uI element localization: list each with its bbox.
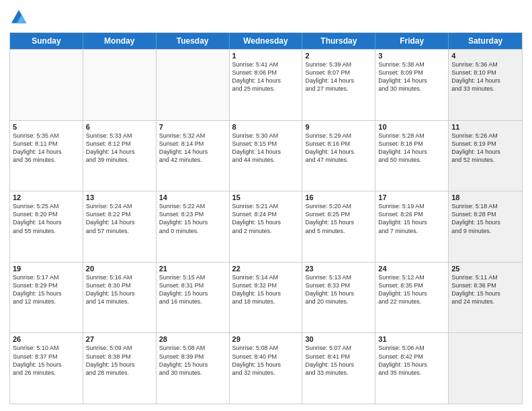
calendar-cell: 31Sunrise: 5:06 AM Sunset: 8:42 PM Dayli… [375, 333, 449, 404]
calendar-cell: 2Sunrise: 5:39 AM Sunset: 8:07 PM Daylig… [302, 50, 375, 120]
calendar-cell: 15Sunrise: 5:21 AM Sunset: 8:24 PM Dayli… [230, 191, 303, 262]
day-number: 10 [378, 123, 445, 131]
day-number: 21 [159, 265, 226, 273]
header-cell-wednesday: Wednesday [230, 33, 303, 49]
calendar-cell [449, 333, 522, 404]
calendar-cell: 11Sunrise: 5:26 AM Sunset: 8:19 PM Dayli… [449, 121, 522, 191]
cell-info: Sunrise: 5:29 AM Sunset: 8:16 PM Dayligh… [305, 132, 372, 165]
cell-info: Sunrise: 5:41 AM Sunset: 8:06 PM Dayligh… [232, 60, 300, 93]
day-number: 27 [86, 335, 153, 343]
calendar-cell: 22Sunrise: 5:14 AM Sunset: 8:32 PM Dayli… [230, 263, 303, 333]
calendar: SundayMondayTuesdayWednesdayThursdayFrid… [9, 32, 523, 404]
calendar-cell: 30Sunrise: 5:07 AM Sunset: 8:41 PM Dayli… [302, 333, 375, 404]
calendar-row-3: 19Sunrise: 5:17 AM Sunset: 8:29 PM Dayli… [10, 262, 522, 333]
day-number: 28 [159, 335, 226, 343]
day-number: 18 [451, 193, 519, 201]
day-number: 24 [378, 265, 445, 273]
calendar-cell: 12Sunrise: 5:25 AM Sunset: 8:20 PM Dayli… [10, 191, 83, 262]
day-number: 5 [13, 123, 80, 131]
calendar-cell: 29Sunrise: 5:08 AM Sunset: 8:40 PM Dayli… [230, 333, 303, 404]
calendar-cell: 3Sunrise: 5:38 AM Sunset: 8:09 PM Daylig… [375, 50, 449, 120]
cell-info: Sunrise: 5:26 AM Sunset: 8:19 PM Dayligh… [451, 132, 519, 165]
logo [9, 8, 31, 27]
cell-info: Sunrise: 5:25 AM Sunset: 8:20 PM Dayligh… [13, 202, 80, 235]
calendar-cell: 26Sunrise: 5:10 AM Sunset: 8:37 PM Dayli… [10, 333, 83, 404]
cell-info: Sunrise: 5:19 AM Sunset: 8:26 PM Dayligh… [378, 202, 445, 235]
day-number: 26 [13, 335, 80, 343]
cell-info: Sunrise: 5:28 AM Sunset: 8:18 PM Dayligh… [378, 132, 445, 165]
day-number: 29 [232, 335, 300, 343]
cell-info: Sunrise: 5:11 AM Sunset: 8:36 PM Dayligh… [451, 273, 519, 306]
day-number: 12 [13, 193, 80, 201]
calendar-row-4: 26Sunrise: 5:10 AM Sunset: 8:37 PM Dayli… [10, 332, 522, 404]
day-number: 3 [378, 52, 445, 60]
cell-info: Sunrise: 5:39 AM Sunset: 8:07 PM Dayligh… [305, 60, 372, 93]
day-number: 8 [232, 123, 300, 131]
calendar-cell: 14Sunrise: 5:22 AM Sunset: 8:23 PM Dayli… [157, 191, 230, 262]
header-cell-thursday: Thursday [302, 33, 375, 49]
cell-info: Sunrise: 5:18 AM Sunset: 8:28 PM Dayligh… [451, 202, 519, 235]
cell-info: Sunrise: 5:06 AM Sunset: 8:42 PM Dayligh… [378, 344, 445, 377]
calendar-cell: 28Sunrise: 5:08 AM Sunset: 8:39 PM Dayli… [157, 333, 230, 404]
header-cell-saturday: Saturday [449, 33, 522, 49]
calendar-row-2: 12Sunrise: 5:25 AM Sunset: 8:20 PM Dayli… [10, 191, 522, 262]
day-number: 1 [232, 52, 300, 60]
day-number: 9 [305, 123, 372, 131]
cell-info: Sunrise: 5:14 AM Sunset: 8:32 PM Dayligh… [232, 273, 300, 306]
cell-info: Sunrise: 5:15 AM Sunset: 8:31 PM Dayligh… [159, 273, 226, 306]
day-number: 20 [86, 265, 153, 273]
day-number: 17 [378, 193, 445, 201]
calendar-body: 1Sunrise: 5:41 AM Sunset: 8:06 PM Daylig… [10, 49, 522, 404]
day-number: 31 [378, 335, 445, 343]
calendar-cell: 1Sunrise: 5:41 AM Sunset: 8:06 PM Daylig… [230, 50, 303, 120]
calendar-cell: 13Sunrise: 5:24 AM Sunset: 8:22 PM Dayli… [83, 191, 157, 262]
cell-info: Sunrise: 5:33 AM Sunset: 8:12 PM Dayligh… [86, 132, 153, 165]
calendar-cell: 20Sunrise: 5:16 AM Sunset: 8:30 PM Dayli… [83, 263, 157, 333]
day-number: 4 [451, 52, 519, 60]
day-number: 25 [451, 265, 519, 273]
calendar-cell: 16Sunrise: 5:20 AM Sunset: 8:25 PM Dayli… [302, 191, 375, 262]
calendar-header: SundayMondayTuesdayWednesdayThursdayFrid… [10, 33, 522, 49]
cell-info: Sunrise: 5:36 AM Sunset: 8:10 PM Dayligh… [451, 60, 519, 93]
calendar-cell: 23Sunrise: 5:13 AM Sunset: 8:33 PM Dayli… [302, 263, 375, 333]
day-number: 19 [13, 265, 80, 273]
cell-info: Sunrise: 5:16 AM Sunset: 8:30 PM Dayligh… [86, 273, 153, 306]
cell-info: Sunrise: 5:30 AM Sunset: 8:15 PM Dayligh… [232, 132, 300, 165]
header-cell-monday: Monday [83, 33, 157, 49]
calendar-cell: 21Sunrise: 5:15 AM Sunset: 8:31 PM Dayli… [157, 263, 230, 333]
logo-icon [9, 8, 28, 27]
calendar-cell: 10Sunrise: 5:28 AM Sunset: 8:18 PM Dayli… [375, 121, 449, 191]
day-number: 13 [86, 193, 153, 201]
day-number: 30 [305, 335, 372, 343]
calendar-cell: 19Sunrise: 5:17 AM Sunset: 8:29 PM Dayli… [10, 263, 83, 333]
cell-info: Sunrise: 5:10 AM Sunset: 8:37 PM Dayligh… [13, 344, 80, 377]
cell-info: Sunrise: 5:07 AM Sunset: 8:41 PM Dayligh… [305, 344, 372, 377]
day-number: 6 [86, 123, 153, 131]
calendar-cell: 8Sunrise: 5:30 AM Sunset: 8:15 PM Daylig… [230, 121, 303, 191]
calendar-cell [10, 50, 83, 120]
day-number: 22 [232, 265, 300, 273]
cell-info: Sunrise: 5:13 AM Sunset: 8:33 PM Dayligh… [305, 273, 372, 306]
cell-info: Sunrise: 5:08 AM Sunset: 8:40 PM Dayligh… [232, 344, 300, 377]
cell-info: Sunrise: 5:09 AM Sunset: 8:38 PM Dayligh… [86, 344, 153, 377]
calendar-cell: 9Sunrise: 5:29 AM Sunset: 8:16 PM Daylig… [302, 121, 375, 191]
cell-info: Sunrise: 5:35 AM Sunset: 8:11 PM Dayligh… [13, 132, 80, 165]
calendar-cell [157, 50, 230, 120]
calendar-cell [83, 50, 157, 120]
cell-info: Sunrise: 5:17 AM Sunset: 8:29 PM Dayligh… [13, 273, 80, 306]
day-number: 2 [305, 52, 372, 60]
day-number: 15 [232, 193, 300, 201]
cell-info: Sunrise: 5:08 AM Sunset: 8:39 PM Dayligh… [159, 344, 226, 377]
cell-info: Sunrise: 5:12 AM Sunset: 8:35 PM Dayligh… [378, 273, 445, 306]
calendar-cell: 25Sunrise: 5:11 AM Sunset: 8:36 PM Dayli… [449, 263, 522, 333]
cell-info: Sunrise: 5:21 AM Sunset: 8:24 PM Dayligh… [232, 202, 300, 235]
header-cell-friday: Friday [375, 33, 449, 49]
cell-info: Sunrise: 5:32 AM Sunset: 8:14 PM Dayligh… [159, 132, 226, 165]
cell-info: Sunrise: 5:24 AM Sunset: 8:22 PM Dayligh… [86, 202, 153, 235]
calendar-cell: 27Sunrise: 5:09 AM Sunset: 8:38 PM Dayli… [83, 333, 157, 404]
calendar-cell: 7Sunrise: 5:32 AM Sunset: 8:14 PM Daylig… [157, 121, 230, 191]
calendar-cell: 24Sunrise: 5:12 AM Sunset: 8:35 PM Dayli… [375, 263, 449, 333]
cell-info: Sunrise: 5:22 AM Sunset: 8:23 PM Dayligh… [159, 202, 226, 235]
calendar-cell: 18Sunrise: 5:18 AM Sunset: 8:28 PM Dayli… [449, 191, 522, 262]
calendar-row-1: 5Sunrise: 5:35 AM Sunset: 8:11 PM Daylig… [10, 120, 522, 191]
